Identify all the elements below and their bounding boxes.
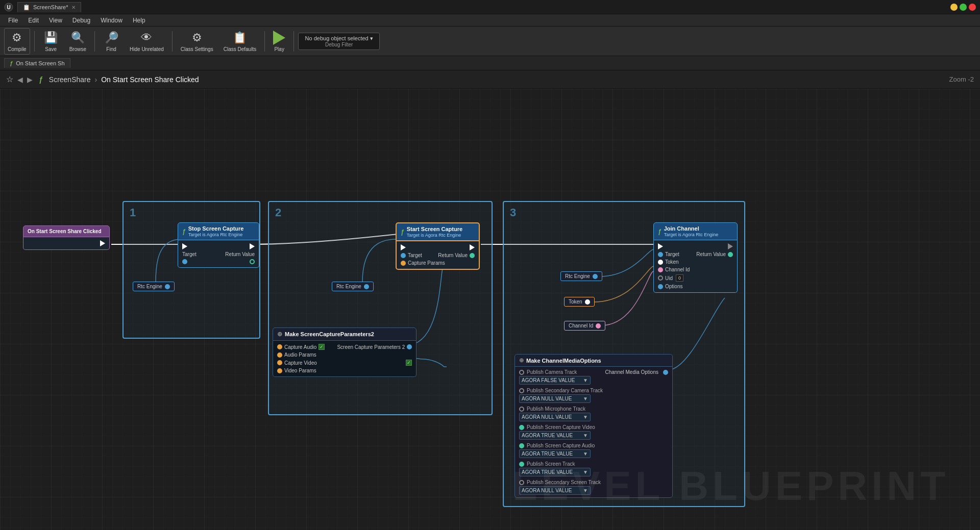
publish-screen-video-row: Publish Screen Capture Video AGORA TRUE … (515, 423, 672, 441)
start-return-pin (470, 253, 475, 258)
publish-camera-label: Publish Camera Track (527, 369, 577, 375)
menu-debug[interactable]: Debug (68, 16, 94, 25)
find-button[interactable]: 🔎 Find (99, 29, 124, 54)
browse-icon: 🔍 (70, 31, 85, 45)
debug-filter-value: No debug object selected ▾ (305, 35, 373, 42)
blueprint-tab-icon: ƒ (10, 60, 13, 66)
nav-back[interactable]: ◀ (17, 75, 23, 84)
toolbar-sep-4 (264, 31, 265, 52)
output-label: Screen Capture Parameters 2 (337, 344, 405, 350)
close-button[interactable] (969, 4, 976, 11)
stop-capture-node[interactable]: ƒ Stop Screen Capture Target is Agora Rt… (178, 222, 259, 268)
sec-camera-dropdown[interactable]: AGORA NULL VALUE ▼ (519, 394, 591, 403)
breadcrumb-bar: ☆ ◀ ▶ ƒ ScreenShare › On Start Screen Sh… (0, 70, 980, 89)
publish-screen-video-label: Publish Screen Capture Video (519, 424, 668, 430)
hide-unrelated-icon: 👁 (139, 31, 154, 45)
hide-unrelated-button[interactable]: 👁 Hide Unrelated (126, 29, 168, 54)
capture-video-row: Capture Video ✓ (273, 359, 416, 367)
menu-window[interactable]: Window (96, 16, 127, 25)
start-target-row: Target Return Value (397, 251, 479, 259)
publish-screen-track-row: Publish Screen Track AGORA TRUE VALUE ▼ (515, 460, 672, 478)
zoom-label: Zoom -2 (949, 75, 974, 83)
start-params-pin (401, 261, 406, 266)
channel-id-node[interactable]: Channel Id (564, 321, 605, 331)
join-channel-header: ƒ Join Channel Target is Agora Rtc Engin… (653, 222, 738, 240)
stop-exec-in (182, 243, 187, 249)
capture-video-checkbox[interactable]: ✓ (406, 360, 412, 366)
breadcrumb-separator: › (95, 75, 97, 84)
join-uid-pin (658, 275, 663, 281)
minimize-button[interactable] (950, 4, 958, 11)
blueprint-tab-bar: ƒ On Start Screen Sh (0, 56, 980, 70)
compile-icon: ⚙ (10, 31, 24, 45)
event-node[interactable]: On Start Screen Share Clicked (23, 225, 110, 250)
audio-params-row: Audio Params (273, 351, 416, 359)
event-node-body (23, 237, 110, 250)
blueprint-tab[interactable]: ƒ On Start Screen Sh (4, 58, 70, 68)
make-screen-capture-node[interactable]: ⊕ Make ScreenCaptureParameters2 Capture … (273, 327, 416, 377)
start-params-label: Capture Params (408, 260, 445, 266)
screen-video-dropdown[interactable]: AGORA TRUE VALUE ▼ (519, 431, 591, 440)
join-exec-row (654, 242, 737, 250)
event-exec-row (23, 239, 109, 247)
stop-target-label: Target (182, 251, 197, 257)
capture-video-label: Capture Video (284, 360, 317, 366)
join-token-label: Token (665, 259, 679, 265)
save-button[interactable]: 💾 Save (39, 29, 63, 54)
camera-track-dropdown[interactable]: AGORA FALSE VALUE ▼ (519, 376, 591, 385)
screen-track-dropdown[interactable]: AGORA TRUE VALUE ▼ (519, 468, 591, 476)
screen-audio-dropdown[interactable]: AGORA TRUE VALUE ▼ (519, 449, 591, 458)
stop-return-pin (250, 259, 255, 264)
publish-screen-track-label: Publish Screen Track (519, 461, 668, 467)
menu-file[interactable]: File (4, 16, 22, 25)
menu-view[interactable]: View (45, 16, 66, 25)
start-capture-title: Start Screen Capture (407, 226, 462, 232)
class-defaults-button[interactable]: 📋 Class Defaults (219, 29, 260, 54)
play-label: Play (274, 46, 284, 52)
section-3-label: 3 (510, 206, 516, 219)
menu-help[interactable]: Help (129, 16, 150, 25)
rtc-engine-3-label: Rtc Engine (565, 273, 590, 279)
rtc-engine-2-node[interactable]: Rtc Engine (332, 282, 374, 291)
publish-screen-audio-label: Publish Screen Capture Audio (519, 443, 668, 448)
capture-audio-row: Capture Audio ✓ Screen Capture Parameter… (273, 343, 416, 351)
start-target-pin (401, 253, 406, 258)
make-channel-icon: ⊕ (519, 357, 524, 364)
breadcrumb-parent[interactable]: ScreenShare (49, 75, 91, 84)
play-button[interactable]: Play (269, 29, 289, 54)
menu-bar: File Edit View Debug Window Help (0, 14, 980, 27)
mic-track-dropdown[interactable]: AGORA NULL VALUE ▼ (519, 413, 591, 421)
rtc-engine-3-node[interactable]: Rtc Engine (560, 271, 602, 281)
sec-screen-dropdown[interactable]: AGORA NULL VALUE ▼ (519, 486, 591, 495)
publish-mic-row: Publish Microphone Track AGORA NULL VALU… (515, 405, 672, 423)
make-screen-body: Capture Audio ✓ Screen Capture Parameter… (273, 341, 416, 377)
join-options-row: Options (654, 283, 737, 290)
capture-audio-checkbox[interactable]: ✓ (318, 344, 325, 350)
compile-button[interactable]: ⚙ Compile (4, 28, 30, 55)
debug-filter-dropdown[interactable]: No debug object selected ▾ Debug Filter (298, 33, 380, 50)
title-tab[interactable]: 📋 ScreenShare* ✕ (17, 2, 81, 12)
maximize-button[interactable] (960, 4, 967, 11)
stop-exec-out (250, 243, 255, 249)
class-settings-label: Class Settings (181, 46, 213, 52)
tab-close[interactable]: ✕ (71, 5, 76, 10)
make-channel-media-node[interactable]: ⊕ Make ChannelMediaOptions Publish Camer… (514, 354, 673, 498)
browse-button[interactable]: 🔍 Browse (65, 29, 90, 54)
start-capture-node[interactable]: ƒ Start Screen Capture Target is Agora R… (396, 222, 480, 270)
join-channel-node[interactable]: ƒ Join Channel Target is Agora Rtc Engin… (653, 222, 738, 293)
nav-forward[interactable]: ▶ (27, 75, 33, 84)
video-params-pin (277, 368, 282, 373)
class-settings-button[interactable]: ⚙ Class Settings (177, 29, 217, 54)
start-capture-body: Target Return Value Capture Params (396, 241, 480, 270)
token-node[interactable]: Token (564, 297, 595, 307)
favorite-star[interactable]: ☆ (6, 74, 13, 84)
rtc-engine-1-pin (165, 284, 170, 289)
rtc-engine-1-node[interactable]: Rtc Engine (133, 282, 175, 291)
capture-audio-label: Capture Audio (284, 344, 316, 350)
rtc-engine-1-label: Rtc Engine (137, 284, 162, 289)
start-target-label: Target (408, 253, 422, 258)
join-options-pin (658, 284, 663, 289)
stop-target-row: Target Return Value (178, 250, 259, 258)
make-channel-title: Make ChannelMediaOptions (526, 358, 601, 364)
menu-edit[interactable]: Edit (24, 16, 43, 25)
